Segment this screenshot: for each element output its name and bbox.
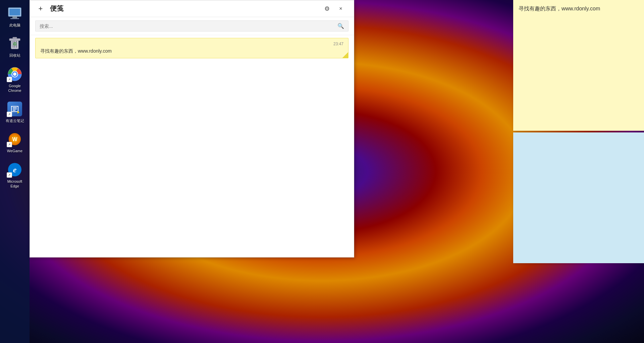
wegame-label: WeGame [7, 149, 22, 153]
close-button[interactable]: × [333, 3, 348, 15]
search-wrapper: 🔍 [35, 20, 348, 32]
edge-shortcut-arrow: ↗ [7, 172, 12, 178]
app-title: 便笺 [50, 4, 321, 13]
taskbar: 此电脑 ♻ 回收站 [0, 0, 30, 343]
chrome-shortcut-arrow: ↗ [7, 77, 12, 82]
edge-icon: e ↗ [7, 162, 23, 178]
search-bar-container: 🔍 [30, 17, 354, 35]
wegame-icon: W ↗ [7, 131, 23, 147]
desktop-icon-recycle[interactable]: ♻ 回收站 [2, 34, 28, 60]
svg-rect-1 [9, 9, 20, 15]
desktop-icon-chrome[interactable]: ↗ Google Chrome [2, 64, 28, 95]
svg-rect-6 [13, 37, 17, 39]
sticky-widget-yellow-text: 寻找有趣的东西，www.rdonly.com [519, 6, 600, 11]
settings-button[interactable]: ⚙ [321, 3, 333, 15]
wegame-shortcut-arrow: ↗ [7, 142, 12, 147]
pc-icon [7, 5, 23, 21]
note-item-0[interactable]: 23:47 寻找有趣的东西，www.rdonly.com [35, 38, 348, 58]
sticky-widget-yellow[interactable]: 寻找有趣的东西，www.rdonly.com [513, 0, 644, 131]
note-time-0: 23:47 [40, 42, 343, 46]
svg-point-14 [13, 72, 16, 76]
pc-icon-svg [8, 7, 22, 20]
notes-list: 23:47 寻找有趣的东西，www.rdonly.com [30, 35, 354, 257]
youdao-icon: ↗ [7, 101, 23, 117]
sticky-widget-blue[interactable] [513, 132, 644, 263]
search-icon-button[interactable]: 🔍 [337, 23, 344, 29]
svg-text:e: e [13, 165, 17, 174]
recycle-label: 回收站 [9, 53, 20, 58]
desktop-icon-youdao[interactable]: ↗ 有道云笔记 [2, 99, 28, 125]
pc-label: 此电脑 [9, 23, 20, 27]
youdao-shortcut-arrow: ↗ [7, 112, 12, 117]
recycle-icon-svg: ♻ [8, 36, 21, 51]
svg-rect-2 [12, 16, 17, 18]
search-input[interactable] [40, 23, 335, 29]
note-preview-0: 寻找有趣的东西，www.rdonly.com [40, 48, 343, 55]
chrome-label: Google Chrome [4, 83, 25, 93]
chrome-icon: ↗ [7, 66, 23, 82]
add-note-button[interactable]: + [35, 3, 46, 14]
app-titlebar: + 便笺 ⚙ × [30, 0, 354, 17]
desktop-icon-wegame[interactable]: W ↗ WeGame [2, 129, 28, 155]
sticky-notes-app: + 便笺 ⚙ × 🔍 23:47 寻找有趣的东西，www.rdonly.com [30, 0, 354, 258]
desktop-icon-edge[interactable]: e ↗ Microsoft Edge [2, 160, 28, 191]
recycle-icon: ♻ [7, 36, 23, 52]
svg-rect-3 [10, 18, 19, 19]
youdao-label: 有道云笔记 [6, 118, 24, 123]
svg-text:W: W [12, 136, 17, 142]
desktop-icon-pc[interactable]: 此电脑 [2, 3, 28, 30]
edge-label: Microsoft Edge [4, 179, 25, 189]
svg-text:♻: ♻ [13, 41, 17, 47]
